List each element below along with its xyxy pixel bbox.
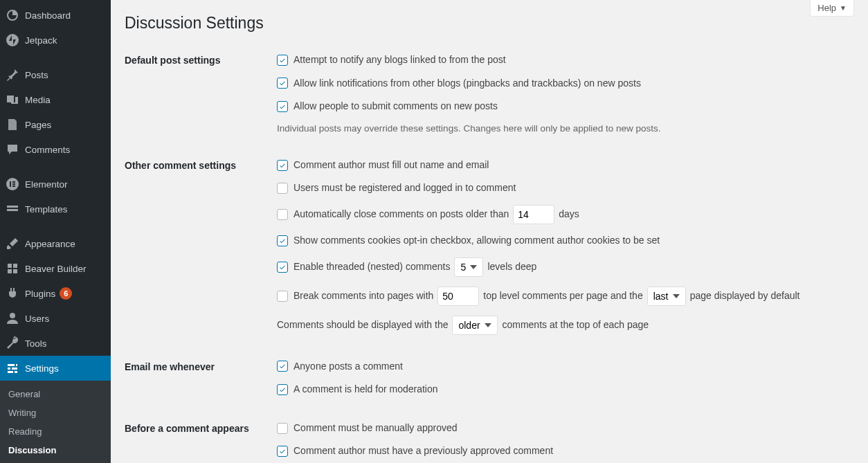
sidebar-item-settings[interactable]: Settings (0, 356, 111, 381)
submenu-item-writing[interactable]: Writing (0, 403, 111, 422)
submenu-item-media[interactable]: Media (0, 460, 111, 463)
page-title: Discussion Settings (125, 14, 854, 33)
sidebar-item-users[interactable]: Users (0, 306, 111, 331)
checkbox-break-pages[interactable] (277, 291, 288, 302)
option-label-pre: Comments should be displayed with the (277, 318, 448, 332)
sidebar-item-plugins[interactable]: Plugins 6 (0, 281, 111, 306)
option-label: A comment is held for moderation (293, 383, 438, 397)
sidebar-item-templates[interactable]: Templates (0, 197, 111, 221)
section-heading: Before a comment appears (125, 421, 277, 434)
checkbox-threaded[interactable] (277, 262, 288, 273)
sidebar-item-jetpack[interactable]: Jetpack (0, 28, 111, 53)
content-area: Help ▼ Discussion Settings Default post … (111, 0, 868, 463)
section-heading: Email me whenever (125, 360, 277, 372)
chevron-down-icon: ▼ (840, 4, 847, 12)
sidebar-item-dashboard[interactable]: Dashboard (0, 3, 111, 28)
sidebar-item-appearance[interactable]: Appearance (0, 231, 111, 256)
plug-icon (6, 287, 19, 300)
option-label: Comment author must fill out name and em… (293, 158, 489, 172)
svg-rect-3 (13, 264, 17, 268)
select-comment-order[interactable]: older (452, 316, 498, 335)
option-label: Comment author must have a previously ap… (293, 444, 553, 458)
pages-icon (6, 118, 19, 131)
sidebar-item-beaver-builder[interactable]: Beaver Builder (0, 256, 111, 281)
section-default-post: Default post settings Attempt to notify … (125, 53, 854, 134)
option-label-mid: top level comments per page and the (483, 289, 642, 303)
sidebar-item-label: Jetpack (25, 35, 57, 46)
option-label: Users must be registered and logged in t… (293, 181, 516, 195)
sidebar-item-tools[interactable]: Tools (0, 331, 111, 356)
pin-icon (6, 68, 19, 82)
checkbox-allow-comments[interactable] (277, 101, 288, 112)
checkbox-auto-close[interactable] (277, 209, 288, 220)
sidebar-item-label: Elementor (25, 179, 68, 190)
sidebar-item-label: Pages (25, 120, 51, 130)
sidebar-item-label: Posts (25, 70, 48, 80)
section-heading: Default post settings (125, 53, 277, 66)
sidebar-item-comments[interactable]: Comments (0, 137, 111, 162)
admin-sidebar: Dashboard Jetpack Posts Media Pages Comm… (0, 0, 111, 463)
option-label-post: days (559, 208, 579, 221)
option-manual-approve[interactable]: Comment must be manually approved (277, 421, 854, 435)
sidebar-item-label: Tools (25, 338, 47, 349)
option-cookies-optin[interactable]: Show comments cookies opt-in checkbox, a… (277, 234, 854, 248)
checkbox-manual-approve[interactable] (277, 423, 288, 434)
dashboard-icon (6, 8, 19, 22)
sidebar-item-label: Appearance (25, 239, 75, 249)
beaver-icon (6, 262, 19, 275)
sidebar-item-label: Media (25, 95, 51, 105)
sidebar-item-pages[interactable]: Pages (0, 112, 111, 137)
checkbox-email-held[interactable] (277, 384, 288, 395)
option-notify-blogs[interactable]: Attempt to notify any blogs linked to fr… (277, 53, 854, 67)
svg-rect-2 (8, 264, 12, 268)
templates-icon (6, 202, 19, 216)
option-label-pre: Enable threaded (nested) comments (293, 260, 450, 274)
option-registered-users[interactable]: Users must be registered and logged in t… (277, 181, 854, 195)
checkbox-require-name-email[interactable] (277, 160, 288, 171)
option-label-post: levels deep (487, 260, 536, 274)
checkbox-cookies-optin[interactable] (277, 235, 288, 246)
option-label: Allow people to submit comments on new p… (293, 100, 498, 114)
option-email-anyone-posts[interactable]: Anyone posts a comment (277, 360, 854, 374)
option-label: Show comments cookies opt-in checkbox, a… (293, 234, 660, 248)
sidebar-item-elementor[interactable]: Elementor (0, 172, 111, 197)
option-label-post: page displayed by default (690, 289, 800, 303)
section-other-comment: Other comment settings Comment author mu… (125, 158, 854, 335)
option-prev-approved[interactable]: Comment author must have a previously ap… (277, 444, 854, 458)
sidebar-item-label: Comments (25, 145, 70, 155)
option-comment-order: Comments should be displayed with the ol… (277, 316, 854, 335)
checkbox-prev-approved[interactable] (277, 446, 288, 457)
media-icon (6, 93, 19, 107)
select-default-page[interactable]: last (647, 287, 686, 306)
checkbox-notify-blogs[interactable] (277, 55, 288, 66)
settings-submenu: General Writing Reading Discussion Media (0, 381, 111, 463)
submenu-item-discussion[interactable]: Discussion (0, 441, 111, 460)
checkbox-allow-pingbacks[interactable] (277, 78, 288, 89)
input-close-days[interactable] (513, 205, 554, 224)
option-allow-comments[interactable]: Allow people to submit comments on new p… (277, 100, 854, 114)
brush-icon (6, 237, 19, 251)
settings-icon (6, 361, 19, 375)
section-before-comment: Before a comment appears Comment must be… (125, 421, 854, 458)
submenu-item-reading[interactable]: Reading (0, 422, 111, 441)
section-email-me: Email me whenever Anyone posts a comment… (125, 360, 854, 397)
input-per-page[interactable] (437, 287, 479, 306)
select-thread-depth[interactable]: 5 (454, 257, 483, 277)
checkbox-email-anyone-posts[interactable] (277, 361, 288, 372)
sidebar-item-media[interactable]: Media (0, 87, 111, 112)
svg-rect-5 (13, 269, 17, 273)
sidebar-item-label: Users (25, 314, 49, 324)
svg-rect-4 (8, 269, 12, 273)
section-description: Individual posts may override these sett… (277, 123, 854, 134)
sidebar-item-posts[interactable]: Posts (0, 62, 111, 87)
option-break-pages: Break comments into pages with top level… (277, 287, 854, 306)
option-require-name-email[interactable]: Comment author must fill out name and em… (277, 158, 854, 172)
help-tab[interactable]: Help ▼ (810, 0, 854, 17)
submenu-item-general[interactable]: General (0, 385, 111, 403)
option-allow-pingbacks[interactable]: Allow link notifications from other blog… (277, 77, 854, 91)
checkbox-registered-users[interactable] (277, 183, 288, 194)
elementor-icon (6, 177, 19, 191)
option-threaded: Enable threaded (nested) comments 5 leve… (277, 257, 854, 277)
option-label: Attempt to notify any blogs linked to fr… (293, 53, 506, 67)
option-email-held[interactable]: A comment is held for moderation (277, 383, 854, 397)
